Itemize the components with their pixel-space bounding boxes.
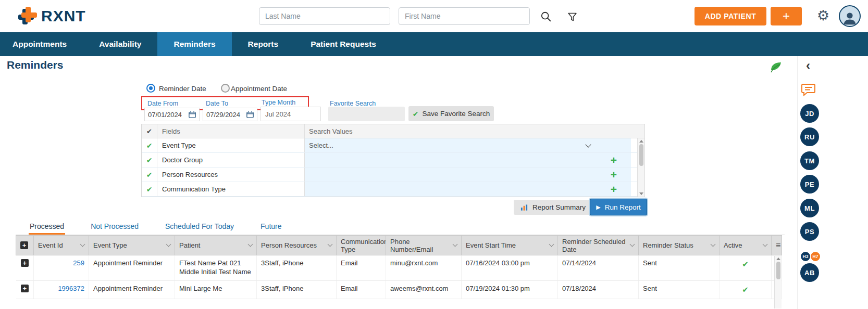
col-reminder-scheduled-date[interactable]: Reminder Scheduled Date: [558, 236, 639, 255]
field-label: Person Resources: [157, 168, 305, 182]
scrollbar-thumb[interactable]: [639, 144, 643, 166]
event-id-link[interactable]: 259: [38, 259, 84, 268]
collapse-rail-icon[interactable]: ‹: [806, 59, 810, 72]
favorite-search-input[interactable]: [328, 107, 405, 121]
date-to-input[interactable]: 07/29/2024: [203, 108, 257, 121]
search-icon[interactable]: [539, 9, 553, 24]
field-row-event-type: ✔ Event Type Select...: [142, 138, 644, 153]
reminder-date-radio-label[interactable]: Reminder Date: [159, 85, 206, 93]
scroll-down-icon[interactable]: [639, 192, 643, 195]
type-month-input[interactable]: Jul 2024: [261, 107, 321, 121]
provider-avatar[interactable]: PE: [800, 175, 819, 194]
expand-all-icon[interactable]: +: [20, 241, 28, 249]
nav-reminders[interactable]: Reminders: [157, 32, 231, 56]
tab-future[interactable]: Future: [259, 220, 282, 235]
tab-not-processed[interactable]: Not Processed: [90, 220, 140, 235]
sort-chevron-icon: [80, 242, 85, 247]
last-name-input[interactable]: [259, 7, 390, 25]
nav-patient-requests[interactable]: Patient Requests: [294, 32, 392, 56]
expand-row-icon[interactable]: +: [21, 259, 29, 267]
sort-chevron-icon: [248, 242, 253, 247]
appointment-date-radio-label[interactable]: Appointment Date: [231, 85, 287, 93]
col-patient[interactable]: Patient: [175, 236, 257, 255]
col-event-id[interactable]: Event Id: [34, 236, 89, 255]
sort-chevron-icon: [630, 242, 635, 247]
add-communication-type-button[interactable]: +: [611, 184, 617, 195]
tab-scheduled-for-today[interactable]: Scheduled For Today: [164, 220, 235, 235]
reminder-date-radio[interactable]: [146, 84, 155, 93]
leaf-icon[interactable]: [770, 62, 782, 75]
field-label: Doctor Group: [157, 153, 305, 167]
col-event-type[interactable]: Event Type: [89, 236, 175, 255]
filter-funnel-icon[interactable]: [565, 9, 579, 24]
appointment-date-radio[interactable]: [221, 84, 230, 93]
provider-avatar[interactable]: AB: [800, 263, 819, 282]
search-value-cell[interactable]: [305, 168, 597, 182]
event-type-cell: Appointment Reminder: [89, 255, 175, 281]
result-tabs: Processed Not Processed Scheduled For To…: [16, 220, 785, 235]
event-start-time-cell: 07/19/2024 01:30 pm: [462, 280, 558, 299]
provider-badge[interactable]: H3: [801, 252, 810, 261]
quick-add-button[interactable]: +: [771, 7, 802, 25]
report-summary-button[interactable]: Report Summary: [514, 200, 592, 215]
run-report-label: Run Report: [605, 203, 641, 211]
provider-avatar[interactable]: PS: [800, 222, 819, 241]
expand-row-icon[interactable]: +: [21, 285, 29, 292]
rxnt-logo[interactable]: RXNT: [18, 7, 86, 25]
col-reminder-status[interactable]: Reminder Status: [639, 236, 720, 255]
user-avatar[interactable]: [839, 5, 861, 27]
field-row-communication-type: ✔ Communication Type +: [142, 182, 644, 197]
nav-appointments[interactable]: Appointments: [0, 32, 83, 56]
provider-avatar[interactable]: TM: [800, 151, 819, 170]
active-check-icon: ✔: [742, 260, 749, 268]
brand-name: RXNT: [41, 7, 86, 25]
search-fields-grid: ✔ Fields Search Values ✔ Event Type Sele…: [141, 124, 645, 197]
col-phone-email[interactable]: Phone Number/Email: [386, 236, 462, 255]
field-label: Communication Type: [157, 182, 305, 196]
field-row-doctor-group: ✔ Doctor Group +: [142, 153, 644, 168]
patient-cell: FTest Name Pat 021 Middle Initial Test N…: [175, 255, 257, 281]
nav-reports[interactable]: Reports: [232, 32, 295, 56]
event-type-select[interactable]: Select...: [309, 141, 592, 149]
run-report-button[interactable]: ▶ Run Report: [590, 199, 647, 215]
column-menu-icon[interactable]: ≡: [776, 241, 780, 250]
event-id-link[interactable]: 1996372: [38, 285, 84, 293]
col-person-resources[interactable]: Person Resources: [257, 236, 337, 255]
sort-chevron-icon: [453, 242, 458, 247]
reminder-scheduled-date-cell: 07/18/2024: [558, 280, 639, 299]
sort-chevron-icon: [711, 242, 716, 247]
scroll-up-icon[interactable]: [639, 140, 643, 143]
provider-badge[interactable]: H7: [811, 252, 820, 261]
first-name-input[interactable]: [399, 7, 530, 25]
communication-type-cell: Email: [337, 255, 386, 281]
search-value-cell[interactable]: [305, 153, 597, 167]
scrollbar-thumb[interactable]: [776, 262, 780, 279]
top-bar: RXNT ADD PATIENT + ⚙: [0, 0, 868, 32]
add-person-resources-button[interactable]: +: [611, 169, 617, 180]
type-month-value: Jul 2024: [265, 110, 291, 118]
settings-gear-icon[interactable]: ⚙: [817, 7, 829, 24]
save-favorite-search-button[interactable]: ✔ Save Favorite Search: [408, 106, 494, 121]
add-doctor-group-button[interactable]: +: [611, 154, 617, 165]
col-active[interactable]: Active: [720, 236, 772, 255]
communication-type-cell: Email: [337, 280, 386, 299]
col-event-start-time[interactable]: Event Start Time: [462, 236, 558, 255]
nav-availability[interactable]: Availability: [83, 32, 157, 56]
provider-avatar[interactable]: ML: [800, 199, 819, 217]
scroll-up-icon[interactable]: [776, 258, 780, 260]
search-value-cell[interactable]: [305, 182, 597, 196]
provider-avatar[interactable]: JD: [800, 104, 819, 123]
col-communication-type[interactable]: Communication Type: [337, 236, 386, 255]
tab-processed[interactable]: Processed: [29, 220, 65, 235]
phone-email-cell: aweems@rxnt.com: [386, 280, 462, 299]
event-start-time-cell: 07/16/2024 03:00 pm: [462, 255, 558, 281]
main-content: Reminders Reminder Date Appointment Date…: [0, 56, 797, 309]
add-patient-button[interactable]: ADD PATIENT: [695, 7, 766, 25]
provider-avatar[interactable]: RU: [800, 127, 819, 146]
chat-icon[interactable]: [801, 83, 816, 99]
fields-grid-scrollbar[interactable]: [637, 138, 644, 197]
check-icon: ✔: [146, 127, 152, 135]
rxnt-cross-icon: [18, 7, 36, 25]
table-scrollbar[interactable]: [774, 256, 782, 308]
date-from-input[interactable]: 07/01/2024: [144, 108, 200, 121]
